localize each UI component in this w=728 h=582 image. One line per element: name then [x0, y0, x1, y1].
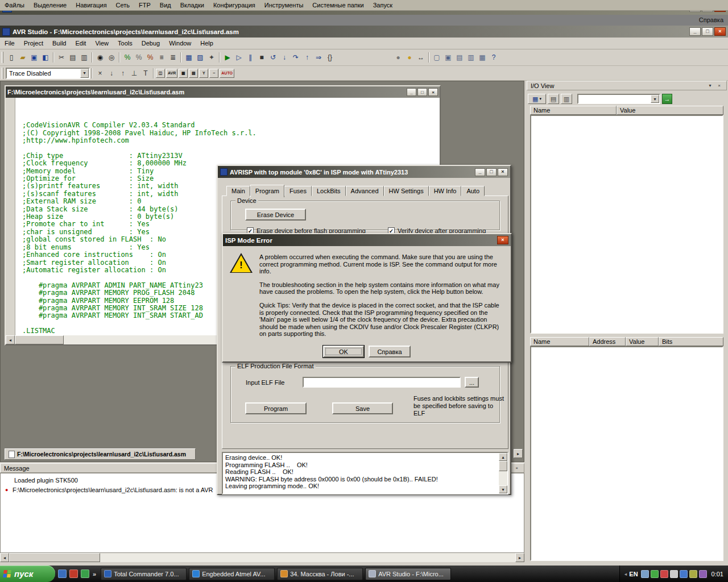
- browse-elf-button[interactable]: ...: [465, 377, 479, 388]
- scroll-up-icon[interactable]: ▴: [499, 453, 507, 461]
- debug-run-icon[interactable]: ▷: [233, 52, 245, 63]
- message-hscroll-thumb[interactable]: [9, 553, 100, 562]
- editor-hscroll-thumb[interactable]: [15, 335, 64, 344]
- avr-menu-item[interactable]: Window: [164, 39, 196, 48]
- tc-menu-item[interactable]: Файлы: [0, 1, 29, 10]
- column-header[interactable]: Name: [530, 106, 617, 115]
- toggle-breakpoint-icon[interactable]: ●: [392, 52, 404, 63]
- avr-menu-item[interactable]: File: [0, 39, 19, 48]
- new-window-icon[interactable]: ▢: [431, 52, 442, 63]
- scroll-left-icon[interactable]: ◂: [6, 335, 15, 344]
- avr-close-button[interactable]: ×: [714, 27, 726, 36]
- avr-menu-item[interactable]: View: [90, 39, 113, 48]
- editor-minimize-button[interactable]: _: [407, 88, 416, 96]
- tile-vertical-icon[interactable]: ▥: [465, 52, 477, 63]
- avr-menu-item[interactable]: Help: [196, 39, 218, 48]
- save-elf-button[interactable]: Save: [332, 402, 393, 414]
- language-indicator[interactable]: EN: [629, 571, 638, 577]
- tc-menu-help[interactable]: Справка: [699, 16, 723, 23]
- step-into-icon[interactable]: ↓: [279, 52, 290, 63]
- output-window-icon[interactable]: ▦: [477, 52, 488, 63]
- find-in-files-icon[interactable]: ◎: [106, 52, 117, 63]
- tray-icon-4[interactable]: [670, 570, 678, 578]
- goto-marker-icon[interactable]: T: [140, 68, 151, 79]
- io-go-icon[interactable]: →: [662, 94, 672, 104]
- watch-list-icon[interactable]: ≣: [167, 52, 179, 63]
- toolbar-separator[interactable]: [180, 52, 181, 63]
- breakpoints-window-icon[interactable]: ●: [404, 52, 415, 63]
- tc-menu-item[interactable]: Выделение: [29, 1, 71, 10]
- log-lines[interactable]: Erasing device.. OK!Programming FLASH ..…: [223, 453, 499, 493]
- help-icon[interactable]: ?: [488, 52, 499, 63]
- erase-device-button[interactable]: Erase Device: [245, 209, 306, 221]
- trace-combo-dropdown-icon[interactable]: ▾: [80, 69, 89, 78]
- io-view-menu-icon[interactable]: ▾: [706, 82, 714, 89]
- coverage-percent-icon[interactable]: %: [133, 52, 144, 63]
- paste-icon[interactable]: ▥: [78, 52, 90, 63]
- avr-device-icon[interactable]: ▦: [183, 52, 195, 63]
- avr-menu-item[interactable]: Project: [19, 39, 48, 48]
- io-grid1-body[interactable]: [530, 115, 723, 334]
- io-detail-view-icon[interactable]: ▥: [561, 94, 572, 104]
- register-view-icon[interactable]: ▤: [189, 69, 198, 78]
- memory-map-icon[interactable]: ▦: [179, 69, 188, 78]
- tc-menu-item[interactable]: Запуск: [369, 1, 397, 10]
- task-button[interactable]: Total Commander 7.0...: [101, 568, 187, 580]
- avrisp-tab[interactable]: HW Settings: [384, 186, 429, 196]
- clear-trace-icon[interactable]: ×: [94, 68, 106, 79]
- tray-icon-6[interactable]: [689, 570, 697, 578]
- toolbar-gap[interactable]: [336, 52, 392, 63]
- message-hscrollbar[interactable]: ◂ ▸: [0, 553, 524, 562]
- tc-menu-item[interactable]: Системные папки: [308, 1, 368, 10]
- scroll-down-icon[interactable]: ▾: [499, 485, 507, 493]
- quick-launch-desktop-icon[interactable]: [58, 569, 67, 578]
- device-programmer-icon[interactable]: ▨: [195, 52, 206, 63]
- scroll-right-icon[interactable]: ▸: [515, 553, 524, 562]
- editor-close-button[interactable]: ×: [428, 88, 438, 96]
- scroll-down-icon[interactable]: ↓: [106, 68, 117, 79]
- program-button[interactable]: Program: [245, 402, 307, 414]
- stop-debug-icon[interactable]: ■: [256, 52, 267, 63]
- copy-icon[interactable]: ▤: [67, 52, 78, 63]
- start-button[interactable]: пуск: [0, 566, 55, 582]
- toolbar-separator[interactable]: [92, 52, 93, 63]
- step-over-icon[interactable]: ↷: [290, 52, 301, 63]
- avr-menu-item[interactable]: Edit: [71, 39, 90, 48]
- tc-menu-item[interactable]: Вкладки: [176, 1, 209, 10]
- document-tab[interactable]: F:\Microelectronics\projects\learn\usard…: [5, 448, 196, 460]
- step-out-icon[interactable]: ↑: [301, 52, 313, 63]
- tc-menu-item[interactable]: FTP: [134, 1, 155, 10]
- avr-maximize-button[interactable]: □: [702, 27, 713, 36]
- task-button[interactable]: Engbedded Atmel AV...: [189, 568, 275, 580]
- column-header[interactable]: Name: [530, 337, 589, 346]
- avr-target-icon[interactable]: AVR: [166, 69, 177, 78]
- log-vscrollbar[interactable]: ▴ ▾: [499, 453, 507, 493]
- probe-icon[interactable]: ~: [209, 69, 218, 78]
- avr-menu-item[interactable]: Debug: [137, 39, 164, 48]
- avrisp-tab[interactable]: Auto: [461, 186, 485, 196]
- run-to-cursor-icon[interactable]: ⇒: [313, 52, 324, 63]
- column-header[interactable]: Address: [589, 337, 626, 346]
- avrisp-maximize-button[interactable]: □: [486, 168, 497, 176]
- avrisp-tab[interactable]: Main: [226, 186, 250, 196]
- braces-icon[interactable]: {}: [324, 52, 336, 63]
- scroll-up-icon[interactable]: ↑: [117, 68, 129, 79]
- log-scroll-th[interactable]: [499, 461, 507, 471]
- avrisp-tab[interactable]: Advanced: [346, 186, 384, 196]
- tray-icon-5[interactable]: [680, 570, 688, 578]
- avrisp-tab[interactable]: Program: [250, 185, 284, 197]
- timing-percent-icon[interactable]: %: [144, 52, 156, 63]
- message-pane-close-icon[interactable]: ×: [513, 464, 520, 472]
- toolbar-separator[interactable]: [53, 52, 54, 63]
- avrisp-minimize-button[interactable]: _: [475, 168, 485, 176]
- io-grid2-body[interactable]: [530, 346, 723, 561]
- quick-launch-browser-icon[interactable]: [69, 569, 78, 578]
- tc-menu-item[interactable]: Сеть: [111, 1, 134, 10]
- tray-icon-7[interactable]: [699, 570, 707, 578]
- new-file-icon[interactable]: ▯: [6, 52, 17, 63]
- cut-icon[interactable]: ✂: [56, 52, 67, 63]
- find-icon[interactable]: ◉: [94, 52, 106, 63]
- avrisp-tab[interactable]: LockBits: [312, 186, 346, 196]
- tc-menu-item[interactable]: Навигация: [71, 1, 111, 10]
- tray-icon-1[interactable]: [641, 570, 649, 578]
